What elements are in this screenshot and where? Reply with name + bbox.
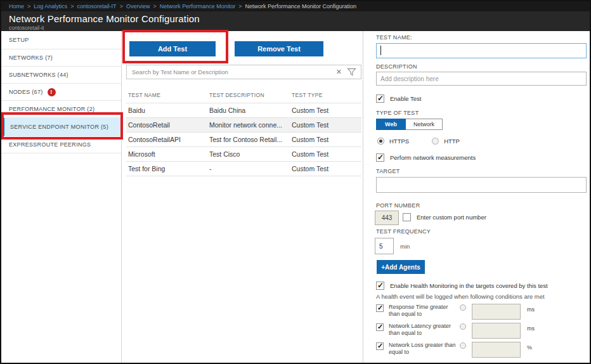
column-header-test-description: TEST DESCRIPTION [207, 89, 290, 103]
response-time-unit: ms [527, 306, 535, 313]
remove-test-button[interactable]: Remove Test [235, 41, 323, 56]
https-radio[interactable] [377, 138, 384, 145]
breadcrumb-separator: > [153, 3, 156, 10]
test-name-input[interactable] [376, 43, 587, 58]
page-header: Network Performance Monitor Configuratio… [1, 11, 590, 31]
test-name-field-wrap [376, 43, 587, 58]
text-cursor [380, 46, 381, 55]
column-header-test-type: TEST TYPE [290, 89, 361, 103]
alert-badge-icon: ! [48, 88, 56, 96]
table-row[interactable]: Test for Bing - Custom Test [126, 162, 361, 176]
network-loss-checkbox[interactable] [376, 342, 384, 350]
network-latency-input[interactable] [472, 323, 521, 339]
custom-port-row: Enter custom port number [403, 213, 486, 221]
network-loss-label: Network Loss greater than equal to [389, 342, 458, 356]
response-time-condition-row: Response Time greater than equal to ms [376, 304, 535, 320]
health-monitoring-checkbox[interactable] [376, 282, 384, 290]
test-actions: Add Test Remove Test [129, 41, 363, 56]
enable-test-label: Enable Test [390, 95, 421, 102]
breadcrumb-current-page: Network Performance Monitor Configuratio… [245, 3, 356, 10]
cell-test-description: Baidu China [207, 103, 290, 118]
description-label: DESCRIPTION [376, 63, 417, 70]
cell-test-type: Custom Test [290, 103, 361, 118]
add-agents-button[interactable]: +Add Agents [377, 260, 425, 274]
cell-test-type: Custom Test [290, 162, 361, 176]
test-frequency-input[interactable] [375, 238, 394, 254]
table-row[interactable]: Baidu Baidu China Custom Test [126, 103, 361, 118]
network-loss-radio[interactable] [460, 342, 466, 349]
filter-funnel-icon[interactable] [347, 68, 356, 76]
sidebar-item-label: NODES (67) [9, 84, 43, 100]
perform-measurements-label: Perform network measurements [390, 154, 476, 161]
sidebar: SETUP NETWORKS (7) SUBNETWORKS (44) NODE… [1, 31, 122, 363]
breadcrumb-overview[interactable]: Overview [126, 3, 150, 10]
network-latency-radio[interactable] [460, 323, 466, 330]
test-name-label: TEST NAME: [376, 34, 412, 41]
web-toggle-button[interactable]: Web [376, 119, 406, 130]
add-test-button[interactable]: Add Test [129, 41, 216, 56]
custom-port-checkbox[interactable] [403, 213, 411, 221]
sidebar-item-label: SUBNETWORKS (44) [9, 67, 68, 83]
table-row[interactable]: ContosoRetail Monitor network conne... C… [126, 118, 361, 133]
network-loss-condition-row: Network Loss greater than equal to % [376, 342, 532, 358]
enable-test-checkbox[interactable] [376, 94, 384, 103]
breadcrumb-npm[interactable]: Network Performance Monitor [160, 3, 236, 10]
cell-test-name: ContosoRetailAPI [126, 133, 207, 147]
target-label: TARGET [376, 168, 400, 174]
cell-test-description: Monitor network conne... [207, 118, 290, 133]
breadcrumb-separator: > [238, 3, 242, 10]
content-area: SETUP NETWORKS (7) SUBNETWORKS (44) NODE… [1, 31, 590, 363]
health-event-note: A health event will be logged when follo… [376, 293, 545, 300]
tests-table: TEST NAME TEST DESCRIPTION TEST TYPE Bai… [126, 89, 361, 176]
network-loss-input[interactable] [472, 342, 521, 358]
sidebar-item-label: EXPRESSROUTE PEERINGS [9, 136, 91, 153]
breadcrumb-home[interactable]: Home [9, 3, 24, 10]
sidebar-item-setup[interactable]: SETUP [1, 31, 121, 49]
table-row[interactable]: Microsoft Test Cisco Custom Test [126, 147, 361, 162]
search-input[interactable] [127, 68, 334, 75]
sidebar-item-networks[interactable]: NETWORKS (7) [1, 49, 121, 67]
cell-test-type: Custom Test [290, 147, 361, 162]
perform-measurements-row: Perform network measurements [376, 153, 476, 162]
sidebar-item-subnetworks[interactable]: SUBNETWORKS (44) [1, 67, 121, 84]
network-toggle-button[interactable]: Network [406, 119, 443, 130]
tests-panel: Add Test Remove Test ✕ TEST NAME TEST DE… [122, 31, 363, 363]
cell-test-description: - [207, 162, 290, 176]
network-latency-checkbox[interactable] [376, 323, 384, 331]
type-of-test-label: TYPE OF TEST [376, 110, 419, 116]
test-search-box: ✕ [126, 65, 361, 79]
cell-test-name: Test for Bing [126, 162, 207, 176]
sidebar-item-service-endpoint-monitor[interactable]: SERVICE ENDPOINT MONITOR (5) [1, 118, 121, 136]
health-monitoring-label: Enable Health Monitoring in the targets … [390, 282, 548, 289]
sidebar-item-label: SERVICE ENDPOINT MONITOR (5) [10, 119, 108, 135]
http-label: HTTP [444, 138, 460, 145]
http-radio[interactable] [432, 138, 439, 145]
column-header-test-name: TEST NAME [126, 89, 207, 103]
table-row[interactable]: ContosoRetailAPI Test for Contoso Retail… [126, 133, 361, 147]
response-time-checkbox[interactable] [376, 304, 384, 312]
perform-measurements-checkbox[interactable] [376, 153, 384, 162]
description-input[interactable] [376, 72, 587, 86]
target-input[interactable] [376, 177, 587, 193]
sidebar-item-performance-monitor[interactable]: PERFORMANCE MONITOR (2) [1, 101, 121, 118]
breadcrumb-workspace[interactable]: contosoretail-IT [77, 3, 117, 10]
response-time-input[interactable] [472, 304, 521, 320]
clear-search-icon[interactable]: ✕ [336, 68, 342, 76]
health-monitoring-row: Enable Health Monitoring in the targets … [376, 282, 548, 290]
target-field-wrap [376, 177, 587, 193]
sidebar-item-label: PERFORMANCE MONITOR (2) [9, 101, 94, 117]
app-window: Home > Log Analytics > contosoretail-IT … [0, 0, 591, 364]
network-latency-label: Network Latency greater than equal to [389, 323, 458, 337]
sidebar-item-expressroute-peerings[interactable]: EXPRESSROUTE PEERINGS [1, 136, 121, 153]
network-latency-condition-row: Network Latency greater than equal to ms [376, 323, 535, 339]
https-label: HTTPS [389, 138, 409, 145]
port-number-input[interactable] [375, 211, 399, 225]
page-title: Network Performance Monitor Configuratio… [9, 13, 590, 24]
cell-test-type: Custom Test [290, 118, 361, 133]
response-time-radio[interactable] [460, 304, 466, 311]
test-frequency-label: TEST FREQUENCY [376, 228, 431, 235]
protocol-radio-group: HTTPS HTTP [377, 138, 460, 145]
sidebar-item-nodes[interactable]: NODES (67) ! [1, 84, 121, 101]
breadcrumb-log-analytics[interactable]: Log Analytics [34, 3, 67, 10]
description-field-wrap [376, 72, 587, 86]
